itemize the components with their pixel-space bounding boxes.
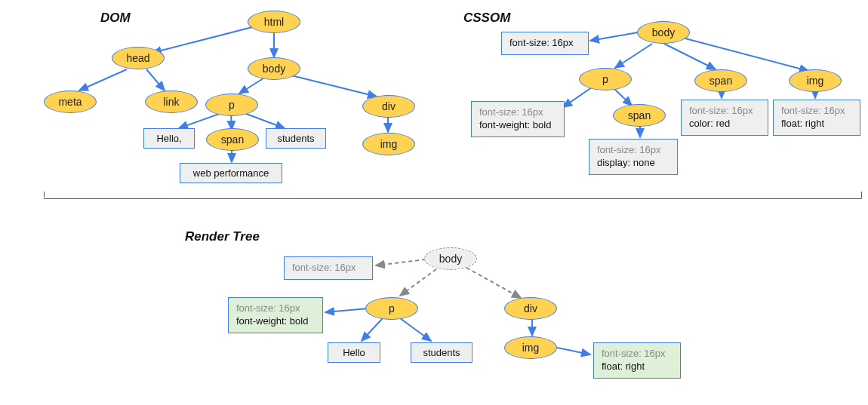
svg-line-2 xyxy=(79,69,127,91)
dom-meta: meta xyxy=(44,91,97,113)
dom-span: span xyxy=(206,128,259,151)
svg-line-24 xyxy=(362,318,383,341)
dom-link: link xyxy=(145,91,198,113)
heading-dom: DOM xyxy=(100,11,131,26)
dom-text-hello: Hello, xyxy=(143,128,195,149)
cssom-p: p xyxy=(579,68,632,91)
svg-line-14 xyxy=(682,38,808,71)
svg-line-13 xyxy=(664,44,716,69)
dom-text-webperf: web performance xyxy=(180,163,282,183)
svg-line-20 xyxy=(376,259,426,265)
render-body-style: font-size: 16px xyxy=(284,256,373,280)
svg-line-22 xyxy=(466,268,521,298)
render-img-style: font-size: 16pxfloat: right xyxy=(593,342,681,379)
svg-line-3 xyxy=(146,69,165,91)
dom-head: head xyxy=(112,47,165,69)
dom-div: div xyxy=(362,95,415,118)
cssom-body: body xyxy=(637,21,690,44)
render-p-style: font-size: 16pxfont-weight: bold xyxy=(228,297,323,333)
dom-text-students: students xyxy=(266,128,326,149)
svg-line-15 xyxy=(563,86,594,107)
cssom-spanchild-style: font-size: 16pxdisplay: none xyxy=(589,139,678,175)
svg-line-16 xyxy=(613,87,632,106)
dom-body: body xyxy=(248,57,300,80)
cssom-span-child: span xyxy=(613,104,666,127)
svg-line-21 xyxy=(400,269,436,296)
render-p: p xyxy=(365,297,418,320)
svg-line-23 xyxy=(325,308,368,312)
svg-line-8 xyxy=(242,112,285,128)
dom-img: img xyxy=(362,133,415,155)
cssom-p-style: font-size: 16pxfont-weight: bold xyxy=(471,101,565,137)
bracket-combine xyxy=(44,198,862,199)
cssom-body-style: font-size: 16px xyxy=(501,32,589,55)
svg-line-11 xyxy=(590,32,638,41)
dom-p: p xyxy=(205,94,258,116)
render-img: img xyxy=(504,336,557,359)
svg-line-6 xyxy=(179,112,223,128)
svg-line-25 xyxy=(400,318,431,341)
svg-line-12 xyxy=(615,44,652,68)
svg-line-27 xyxy=(557,348,590,354)
heading-render: Render Tree xyxy=(185,229,260,244)
render-body: body xyxy=(424,247,477,270)
cssom-img-style: font-size: 16pxfloat: right xyxy=(773,100,860,136)
svg-line-5 xyxy=(291,75,377,97)
cssom-span-style: font-size: 16pxcolor: red xyxy=(681,100,768,136)
render-text-hello: Hello xyxy=(328,342,380,363)
svg-line-1 xyxy=(152,27,252,53)
dom-html: html xyxy=(248,11,300,33)
render-div: div xyxy=(504,297,557,320)
heading-cssom: CSSOM xyxy=(463,11,510,26)
svg-line-4 xyxy=(239,77,266,94)
render-text-students: students xyxy=(411,342,472,363)
cssom-img: img xyxy=(789,69,842,92)
cssom-span: span xyxy=(694,69,747,92)
svg-line-7 xyxy=(231,115,232,130)
